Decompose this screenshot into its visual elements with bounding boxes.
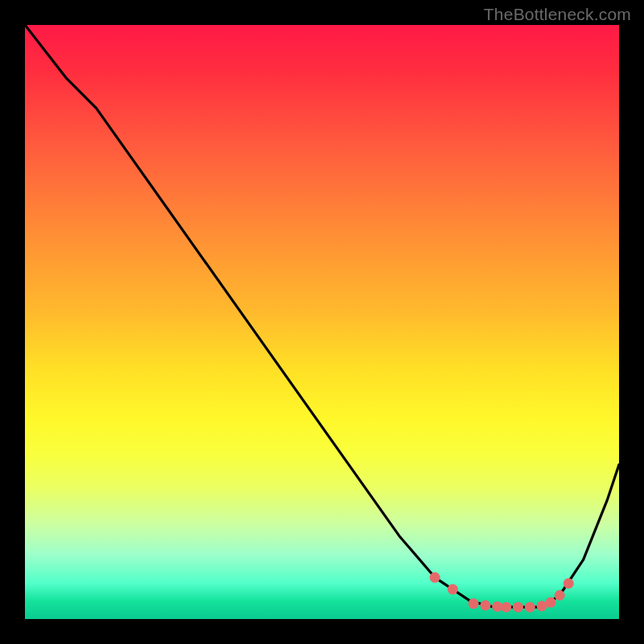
marker-dot: [555, 590, 565, 601]
curve-layer: [25, 25, 619, 619]
marker-dot: [469, 598, 479, 609]
marker-dot: [448, 584, 458, 595]
chart-frame: TheBottleneck.com: [0, 0, 644, 644]
marker-dot: [513, 602, 523, 613]
plot-area: [25, 25, 619, 619]
marker-dot: [564, 578, 574, 588]
marker-dot: [492, 601, 502, 612]
curve-path: [25, 25, 619, 607]
marker-dot: [546, 597, 556, 608]
marker-dot: [501, 602, 511, 613]
marker-dot: [481, 601, 491, 611]
watermark-text: TheBottleneck.com: [484, 5, 631, 24]
marker-dot: [525, 602, 535, 613]
marker-dot: [430, 572, 440, 583]
marker-group: [430, 572, 574, 613]
curve-path-group: [25, 25, 619, 607]
